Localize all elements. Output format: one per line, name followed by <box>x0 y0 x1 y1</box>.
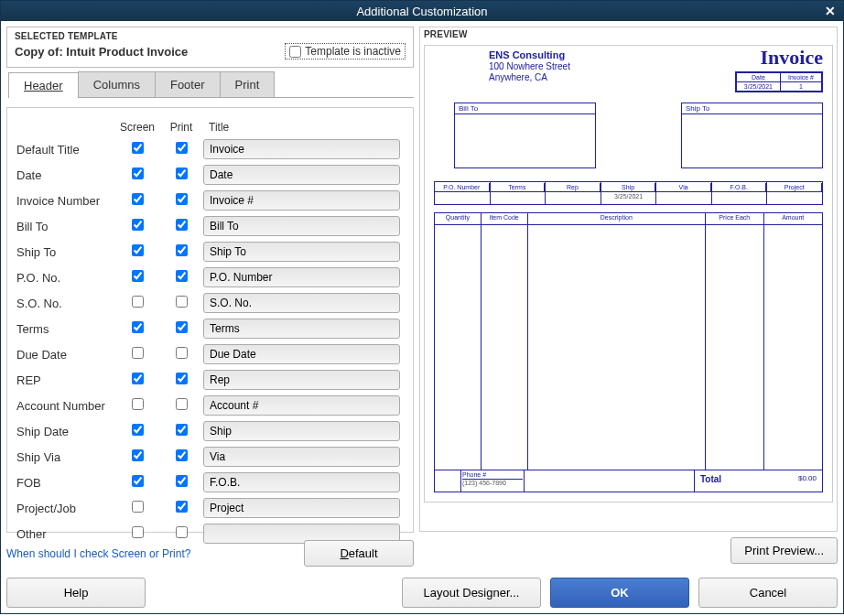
field-row: Ship Via <box>16 447 400 467</box>
field-row: Invoice Number <box>16 190 400 211</box>
title-input[interactable] <box>203 344 400 364</box>
preview-invoice: ENS Consulting 100 Nowhere Street Anywhe… <box>424 45 833 503</box>
title-input[interactable] <box>203 498 400 518</box>
field-label: Default Title <box>16 143 115 157</box>
layout-designer-button[interactable]: Layout Designer... <box>402 578 541 608</box>
field-label: Invoice Number <box>16 194 115 208</box>
title-input[interactable] <box>203 165 400 185</box>
screen-checkbox[interactable] <box>132 321 144 333</box>
screen-checkbox[interactable] <box>132 142 144 154</box>
screen-checkbox[interactable] <box>132 270 144 282</box>
title-input[interactable] <box>203 395 400 416</box>
field-row: Date <box>16 165 400 185</box>
screen-checkbox[interactable] <box>132 398 144 410</box>
print-checkbox[interactable] <box>176 270 188 282</box>
default-button[interactable]: Default <box>304 540 414 567</box>
preview-header-cols: P.O. NumberTermsRepShip3/25/2021ViaF.O.B… <box>434 181 823 205</box>
print-checkbox[interactable] <box>176 296 188 308</box>
print-checkbox[interactable] <box>176 244 188 256</box>
tab-footer[interactable]: Footer <box>155 71 221 97</box>
preview-item-table: QuantityItem CodeDescriptionPrice EachAm… <box>434 212 823 470</box>
template-inactive-checkbox[interactable] <box>289 46 301 58</box>
screen-checkbox[interactable] <box>132 475 144 487</box>
screen-checkbox[interactable] <box>132 244 144 256</box>
title-input[interactable] <box>203 319 400 339</box>
field-label: Terms <box>16 322 115 336</box>
print-checkbox[interactable] <box>176 501 188 513</box>
title-input[interactable] <box>203 447 400 467</box>
title-input[interactable] <box>203 242 400 262</box>
preview-panel: PREVIEW ENS Consulting 100 Nowhere Stree… <box>419 27 838 532</box>
field-row: Account Number <box>16 395 400 416</box>
template-inactive-label: Template is inactive <box>305 45 401 58</box>
window-title: Additional Customization <box>356 5 487 18</box>
preview-company: ENS Consulting 100 Nowhere Street Anywhe… <box>489 49 570 83</box>
tab-columns[interactable]: Columns <box>78 71 156 97</box>
cancel-button[interactable]: Cancel <box>698 578 838 608</box>
column-header-print: Print <box>159 121 203 134</box>
field-label: Other <box>16 527 115 541</box>
field-row: Terms <box>16 319 400 339</box>
print-checkbox[interactable] <box>176 449 188 461</box>
field-label: Due Date <box>16 348 115 362</box>
help-button[interactable]: Help <box>6 578 146 608</box>
field-label: REP <box>16 373 115 387</box>
screen-checkbox[interactable] <box>132 168 144 179</box>
field-label: Project/Job <box>16 502 115 515</box>
preview-billto: Bill To <box>454 103 596 168</box>
field-label: Ship To <box>16 245 115 259</box>
screen-checkbox[interactable] <box>132 449 144 461</box>
title-input[interactable] <box>203 139 400 159</box>
help-link-screen-print[interactable]: When should I check Screen or Print? <box>6 547 190 560</box>
field-row: Bill To <box>16 216 400 236</box>
title-input[interactable] <box>203 267 400 287</box>
print-checkbox[interactable] <box>176 526 188 538</box>
print-checkbox[interactable] <box>176 424 188 436</box>
screen-checkbox[interactable] <box>132 347 144 359</box>
template-name: Copy of: Intuit Product Invoice <box>15 45 188 59</box>
screen-checkbox[interactable] <box>132 193 144 205</box>
field-label: Date <box>16 168 115 182</box>
preview-title: Invoice <box>761 46 823 70</box>
column-header-title: Title <box>203 121 229 134</box>
field-row: S.O. No. <box>16 293 400 313</box>
ok-button[interactable]: OK <box>550 578 689 608</box>
print-checkbox[interactable] <box>176 168 188 179</box>
close-icon[interactable]: ✕ <box>825 4 836 18</box>
print-checkbox[interactable] <box>176 475 188 487</box>
title-input[interactable] <box>203 370 400 390</box>
tab-print[interactable]: Print <box>220 71 276 97</box>
screen-checkbox[interactable] <box>132 373 144 384</box>
field-label: FOB <box>16 476 115 490</box>
print-checkbox[interactable] <box>176 347 188 359</box>
print-checkbox[interactable] <box>176 193 188 205</box>
title-input[interactable] <box>203 472 400 492</box>
header-fields-panel: Screen Print Title Default TitleDateInvo… <box>6 107 414 533</box>
print-checkbox[interactable] <box>176 219 188 231</box>
template-inactive-toggle[interactable]: Template is inactive <box>285 43 406 59</box>
tabs: HeaderColumnsFooterPrint <box>8 71 414 98</box>
print-checkbox[interactable] <box>176 321 188 333</box>
print-preview-button[interactable]: Print Preview... <box>730 537 838 564</box>
field-label: Bill To <box>16 220 115 233</box>
screen-checkbox[interactable] <box>132 526 144 538</box>
column-header-screen: Screen <box>115 121 159 134</box>
screen-checkbox[interactable] <box>132 219 144 231</box>
screen-checkbox[interactable] <box>132 501 144 513</box>
tab-header[interactable]: Header <box>8 72 79 98</box>
field-row: Due Date <box>16 344 400 364</box>
print-checkbox[interactable] <box>176 373 188 384</box>
field-label: Ship Date <box>16 425 115 438</box>
screen-checkbox[interactable] <box>132 296 144 308</box>
selected-template-label: SELECTED TEMPLATE <box>15 31 406 41</box>
title-input[interactable] <box>203 190 400 211</box>
title-input[interactable] <box>203 216 400 236</box>
title-input[interactable] <box>203 421 400 441</box>
print-checkbox[interactable] <box>176 142 188 154</box>
field-label: P.O. No. <box>16 271 115 285</box>
screen-checkbox[interactable] <box>132 424 144 436</box>
footer-bar: Help Layout Designer... OK Cancel <box>1 572 843 613</box>
print-checkbox[interactable] <box>176 398 188 410</box>
title-input[interactable] <box>203 293 400 313</box>
preview-date-box: DateInvoice # 3/25/20211 <box>735 71 823 92</box>
